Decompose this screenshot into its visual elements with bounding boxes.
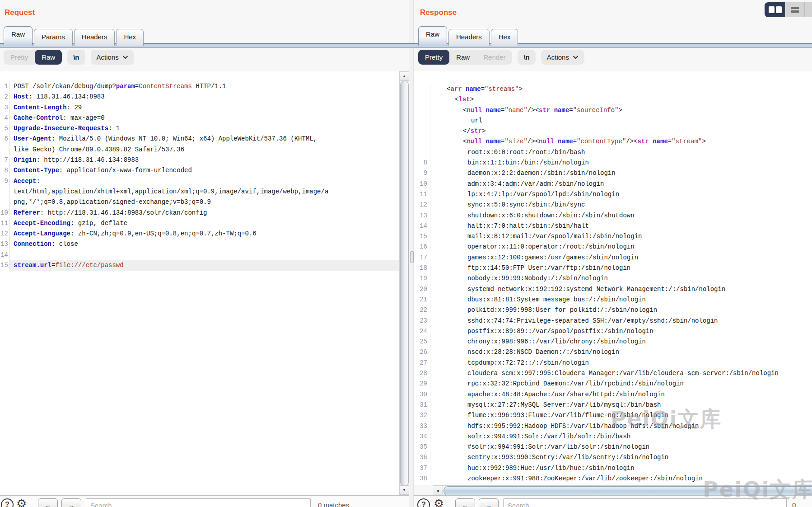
line-content: systemd-network:x:192:192:systemd Networ… xyxy=(430,284,812,295)
newline-toggle-button[interactable]: \n xyxy=(67,50,85,65)
actions-button[interactable]: Actions xyxy=(541,50,584,65)
stacked-view-icon xyxy=(791,7,799,9)
tab-params[interactable]: Params xyxy=(34,29,73,46)
code-line: 13shutdown:x:6:0:shutdown:/sbin:/sbin/sh… xyxy=(414,211,812,221)
code-line: 32flume:x:996:993:Flume:/var/lib/flume-n… xyxy=(414,410,812,421)
line-number: 7 xyxy=(0,155,10,165)
line-content: Host: 118.31.46.134:8983 xyxy=(10,92,399,102)
response-editor[interactable]: <arr name="streams"><lst><null name="nam… xyxy=(414,71,812,485)
line-number xyxy=(414,94,430,105)
line-number: 21 xyxy=(414,295,430,305)
line-number: 2 xyxy=(0,92,10,102)
response-horizontal-scrollbar: ◄ xyxy=(433,485,812,496)
line-number xyxy=(0,197,10,207)
line-number: 10 xyxy=(414,179,430,189)
divider-drag-handle[interactable] xyxy=(410,251,414,263)
actions-button[interactable]: Actions xyxy=(91,50,134,65)
line-number: 24 xyxy=(414,326,430,337)
request-toolbar: PrettyRaw \n Actions xyxy=(4,50,134,65)
scrollbar-thumb[interactable] xyxy=(443,486,812,496)
line-number: 19 xyxy=(414,273,430,284)
line-number: 31 xyxy=(414,400,430,410)
split-view-button[interactable] xyxy=(765,2,785,17)
response-search-bar: ? ⚙ ← → 0 matches xyxy=(414,495,812,507)
code-line: 17games:x:12:100:games:/usr/games:/sbin/… xyxy=(414,253,812,263)
line-content: text/html,application/xhtml+xml,applicat… xyxy=(10,187,399,197)
newline-toggle-button[interactable]: \n xyxy=(518,50,535,65)
code-line: png,*/*;q=0.8,application/signed-exchang… xyxy=(0,197,399,207)
line-number: 14 xyxy=(0,250,10,260)
code-line: 36sentry:x:993:990:Sentry:/var/lib/sentr… xyxy=(414,452,812,463)
code-line: <lst> xyxy=(414,94,812,105)
request-title: Request xyxy=(5,8,35,17)
line-content: games:x:12:100:games:/usr/games:/sbin/no… xyxy=(430,253,812,263)
tab-hex[interactable]: Hex xyxy=(116,29,144,46)
scrollbar-thumb[interactable] xyxy=(400,81,409,486)
line-content: halt:x:7:0:halt:/sbin:/sbin/halt xyxy=(430,221,812,231)
code-line: 7Origin: http://118.31.46.134:8983 xyxy=(0,155,399,165)
code-line: 25chrony:x:998:996::/var/lib/chrony:/sbi… xyxy=(414,337,812,347)
search-match-count: 0 matches xyxy=(792,501,812,507)
request-vertical-scrollbar: ▲ ▼ xyxy=(399,71,409,495)
line-number: 13 xyxy=(0,239,10,249)
line-content: polkitd:x:999:998:User for polkitd:/:/sb… xyxy=(430,305,812,315)
line-number: 23 xyxy=(414,316,430,326)
search-match-count: 0 matches xyxy=(318,501,349,507)
line-number xyxy=(414,136,430,147)
code-line: 33hdfs:x:995:992:Hadoop HDFS:/var/lib/ha… xyxy=(414,421,812,432)
scroll-down-button[interactable]: ▼ xyxy=(400,485,409,494)
request-editor[interactable]: 1POST /solr/ckan/debug/dump?param=Conten… xyxy=(0,71,399,495)
search-settings-gear-icon[interactable]: ⚙ xyxy=(434,498,444,507)
line-content: mysql:x:27:27:MySQL Server:/var/lib/mysq… xyxy=(430,400,812,410)
search-input[interactable] xyxy=(503,498,787,507)
format-option-raw[interactable]: Raw xyxy=(449,50,476,65)
help-icon[interactable]: ? xyxy=(417,498,430,507)
stacked-view-button[interactable] xyxy=(786,2,804,17)
search-input[interactable] xyxy=(86,498,311,507)
line-content: Accept-Encoding: gzip, deflate xyxy=(10,218,399,229)
chevron-down-icon xyxy=(122,56,128,59)
line-number: 22 xyxy=(414,305,430,315)
line-number xyxy=(414,126,430,136)
code-line: 14 xyxy=(0,250,399,260)
clipped-view-button[interactable] xyxy=(804,2,812,17)
code-line: 20systemd-network:x:192:192:systemd Netw… xyxy=(414,284,812,295)
tab-headers[interactable]: Headers xyxy=(74,29,115,46)
code-line: 30apache:x:48:48:Apache:/usr/share/httpd… xyxy=(414,390,812,400)
code-line: 37hue:x:992:989:Hue:/usr/lib/hue:/sbin/n… xyxy=(414,463,812,474)
search-prev-button[interactable]: ← xyxy=(455,498,475,507)
format-option-pretty[interactable]: Pretty xyxy=(4,50,35,65)
line-number: 4 xyxy=(0,113,10,123)
line-number: 14 xyxy=(414,221,430,231)
code-line: 14halt:x:7:0:halt:/sbin:/sbin/halt xyxy=(414,221,812,231)
line-content: POST /solr/ckan/debug/dump?param=Content… xyxy=(10,81,399,92)
search-settings-gear-icon[interactable]: ⚙ xyxy=(16,498,27,507)
tab-raw[interactable]: Raw xyxy=(4,26,33,46)
format-option-render[interactable]: Render xyxy=(476,50,512,65)
scroll-up-button[interactable]: ▲ xyxy=(400,72,409,81)
code-line: 24postfix:x:89:89::/var/spool/postfix:/s… xyxy=(414,326,812,337)
line-number: 15 xyxy=(414,231,430,242)
line-content: postfix:x:89:89::/var/spool/postfix:/sbi… xyxy=(430,326,812,337)
code-line: 10Referer: http://118.31.46.134:8983/sol… xyxy=(0,208,399,218)
search-next-button[interactable]: → xyxy=(479,498,499,507)
tab-raw[interactable]: Raw xyxy=(418,26,447,46)
tab-hex[interactable]: Hex xyxy=(491,29,518,46)
request-search-bar: ? ⚙ ← → 0 matches xyxy=(0,495,410,507)
tab-headers[interactable]: Headers xyxy=(448,29,490,46)
code-line: <arr name="streams"> xyxy=(414,84,812,94)
response-format-toggle: PrettyRawRender xyxy=(418,50,512,65)
format-option-pretty[interactable]: Pretty xyxy=(418,50,449,65)
line-content: Origin: http://118.31.46.134:8983 xyxy=(10,155,399,165)
search-prev-button[interactable]: ← xyxy=(38,498,58,507)
line-content: like Gecko) Chrome/89.0.4389.82 Safari/5… xyxy=(10,145,399,155)
line-number xyxy=(0,187,10,197)
scroll-left-button[interactable]: ◄ xyxy=(433,486,443,495)
line-number xyxy=(0,145,10,155)
line-content: daemon:x:2:2:daemon:/sbin:/sbin/nologin xyxy=(430,168,812,178)
line-content: apache:x:48:48:Apache:/usr/share/httpd:/… xyxy=(430,390,812,400)
help-icon[interactable]: ? xyxy=(1,498,14,507)
line-number: 17 xyxy=(414,253,430,263)
format-option-raw[interactable]: Raw xyxy=(35,50,62,65)
search-next-button[interactable]: → xyxy=(61,498,81,507)
